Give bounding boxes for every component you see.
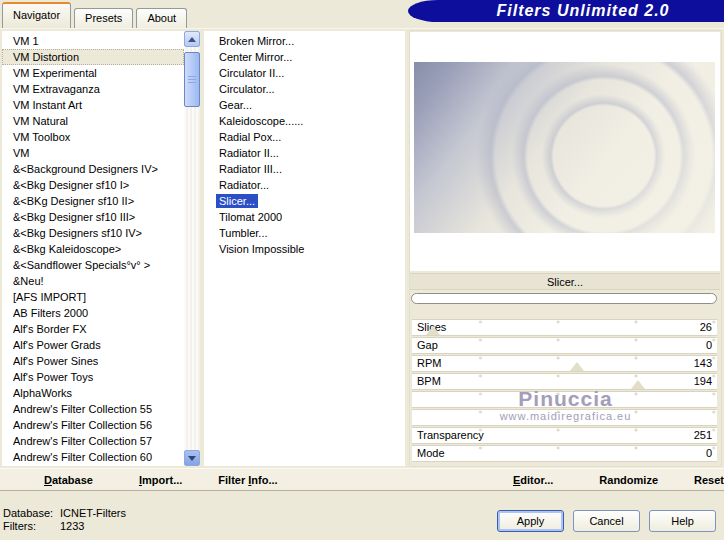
filter-item[interactable]: Center Mirror... bbox=[204, 49, 405, 65]
toolbar-button-label-pre: Reset bbox=[694, 474, 724, 486]
category-item[interactable]: &<BKg Designer sf10 II> bbox=[2, 193, 184, 209]
category-item[interactable]: &<Background Designers IV> bbox=[2, 161, 184, 177]
category-item[interactable]: VM Extravaganza bbox=[2, 81, 184, 97]
slider-row[interactable]: Gap 0 bbox=[412, 338, 717, 353]
slider-value: 143 bbox=[694, 357, 712, 369]
slider-thumb-icon[interactable] bbox=[570, 362, 584, 371]
filter-item-label: Kaleidoscope...... bbox=[216, 114, 306, 128]
app-title-band: Filters Unlimited 2.0 bbox=[408, 0, 724, 22]
category-item[interactable]: Andrew's Filter Collection 55 bbox=[2, 401, 184, 417]
slider-row[interactable]: RPM 143 bbox=[412, 356, 717, 371]
preview-panel: Slicer... Slices 26 Gap 0 RPM bbox=[409, 30, 722, 467]
category-item[interactable]: Alf's Power Grads bbox=[2, 337, 184, 353]
toolbar-button[interactable]: Filter Info... bbox=[218, 474, 277, 486]
filter-item[interactable]: Tumbler... bbox=[204, 225, 405, 241]
slider-value: 0 bbox=[706, 447, 712, 459]
filter-item[interactable]: Vision Impossible bbox=[204, 241, 405, 257]
filter-item[interactable]: Kaleidoscope...... bbox=[204, 113, 405, 129]
scrollbar-thumb[interactable] bbox=[184, 52, 200, 107]
filter-item[interactable]: Gear... bbox=[204, 97, 405, 113]
toolbar-button[interactable]: Editor... bbox=[513, 474, 553, 486]
tab[interactable]: Presets bbox=[74, 8, 133, 28]
toolbar-button-mnemonic: D bbox=[44, 474, 52, 486]
tab[interactable]: About bbox=[136, 8, 187, 28]
category-item[interactable]: &<Bkg Designer sf10 III> bbox=[2, 209, 184, 225]
filter-item-label: Radiator II... bbox=[216, 146, 282, 160]
scroll-down-button[interactable] bbox=[184, 450, 200, 466]
category-item[interactable]: &<Sandflower Specials°v° > bbox=[2, 257, 184, 273]
slider-row[interactable]: Slices 26 bbox=[412, 320, 717, 335]
category-item[interactable]: VM Natural bbox=[2, 113, 184, 129]
action-button[interactable]: Apply bbox=[497, 510, 564, 532]
category-item[interactable]: AB Filters 2000 bbox=[2, 305, 184, 321]
filter-item-label: Tilomat 2000 bbox=[216, 210, 285, 224]
category-item[interactable]: Andrew's Filter Collection 57 bbox=[2, 433, 184, 449]
scrollbar-grip-icon bbox=[188, 76, 196, 83]
content-top-edge bbox=[0, 28, 724, 29]
category-item[interactable]: VM Toolbox bbox=[2, 129, 184, 145]
filter-item[interactable]: Circulator II... bbox=[204, 65, 405, 81]
category-item[interactable]: VM bbox=[2, 145, 184, 161]
category-item[interactable]: VM Instant Art bbox=[2, 97, 184, 113]
category-item[interactable]: Alf's Border FX bbox=[2, 321, 184, 337]
toolbar-button-label-pre: Filter bbox=[218, 474, 248, 486]
tab[interactable]: Navigator bbox=[2, 2, 71, 28]
app-title: Filters Unlimited 2.0 bbox=[462, 2, 669, 20]
category-item[interactable]: &Neu! bbox=[2, 273, 184, 289]
filter-list[interactable]: Broken Mirror... Center Mirror... Circul… bbox=[204, 31, 405, 466]
filter-item-label: Radiator... bbox=[216, 178, 272, 192]
scroll-up-button[interactable] bbox=[184, 31, 200, 47]
filter-item-label: Tumbler... bbox=[216, 226, 271, 240]
database-label: Database: bbox=[3, 507, 58, 520]
toolbar-button-label-pre: Randomize bbox=[599, 474, 658, 486]
toolbar-button[interactable]: Database bbox=[44, 474, 93, 486]
category-item[interactable]: Alf's Power Sines bbox=[2, 353, 184, 369]
action-button[interactable]: Cancel bbox=[573, 510, 640, 532]
filter-item-label: Circulator II... bbox=[216, 66, 287, 80]
category-list[interactable]: VM 1VM DistortionVM ExperimentalVM Extra… bbox=[2, 31, 184, 466]
category-item[interactable]: Andrew's Filter Collection 60 bbox=[2, 449, 184, 465]
action-buttons: ApplyCancelHelp bbox=[497, 510, 716, 532]
slider-row[interactable]: Mode 0 bbox=[412, 446, 717, 461]
toolbar-strip: Database Import... Filter Info... Editor… bbox=[0, 468, 724, 491]
filters-count-value: 1233 bbox=[60, 520, 126, 533]
parameter-sliders: Slices 26 Gap 0 RPM 143 BPM bbox=[412, 320, 717, 464]
filter-item[interactable]: Broken Mirror... bbox=[204, 33, 405, 49]
category-scrollbar[interactable] bbox=[184, 31, 200, 466]
filter-item-label: Center Mirror... bbox=[216, 50, 295, 64]
category-item[interactable]: VM Distortion bbox=[2, 49, 184, 65]
category-item[interactable]: &<Bkg Designers sf10 IV> bbox=[2, 225, 184, 241]
category-item[interactable]: AlphaWorks bbox=[2, 385, 184, 401]
category-item[interactable]: Alf's Power Toys bbox=[2, 369, 184, 385]
toolbar-button-label-post: mport... bbox=[142, 474, 182, 486]
category-item[interactable]: VM 1 bbox=[2, 33, 184, 49]
filter-item[interactable]: Circulator... bbox=[204, 81, 405, 97]
filter-item[interactable]: Slicer... bbox=[204, 193, 405, 209]
slider-thumb-icon[interactable] bbox=[426, 326, 440, 335]
filter-item-label: Broken Mirror... bbox=[216, 34, 297, 48]
filter-item[interactable]: Radiator... bbox=[204, 177, 405, 193]
status-area: Database: ICNET-Filters Filters: 1233 bbox=[3, 507, 126, 533]
category-item[interactable]: &<Bkg Designer sf10 I> bbox=[2, 177, 184, 193]
toolbar-button[interactable]: Randomize bbox=[599, 474, 658, 486]
filter-item[interactable]: Radiator III... bbox=[204, 161, 405, 177]
slider-row[interactable]: Transparency 251 bbox=[412, 428, 717, 443]
slider-label: Mode bbox=[417, 447, 445, 459]
filter-item[interactable]: Radiator II... bbox=[204, 145, 405, 161]
category-item[interactable]: VM Experimental bbox=[2, 65, 184, 81]
toolbar-button[interactable]: Import... bbox=[139, 474, 182, 486]
toolbar-button[interactable]: Reset bbox=[694, 474, 724, 486]
slider-thumb-icon[interactable] bbox=[631, 380, 645, 389]
action-button[interactable]: Help bbox=[649, 510, 716, 532]
slider-row[interactable] bbox=[412, 410, 717, 425]
slider-row[interactable] bbox=[412, 392, 717, 407]
toolbar-button-label-post: atabase bbox=[52, 474, 93, 486]
filter-item[interactable]: Radial Pox... bbox=[204, 129, 405, 145]
category-item[interactable]: Andrew's Filter Collection 56 bbox=[2, 417, 184, 433]
tab-strip: NavigatorPresetsAbout bbox=[2, 0, 190, 28]
chevron-up-icon bbox=[188, 37, 196, 42]
slider-row[interactable]: BPM 194 bbox=[412, 374, 717, 389]
filter-item[interactable]: Tilomat 2000 bbox=[204, 209, 405, 225]
category-item[interactable]: &<Bkg Kaleidoscope> bbox=[2, 241, 184, 257]
category-item[interactable]: [AFS IMPORT] bbox=[2, 289, 184, 305]
